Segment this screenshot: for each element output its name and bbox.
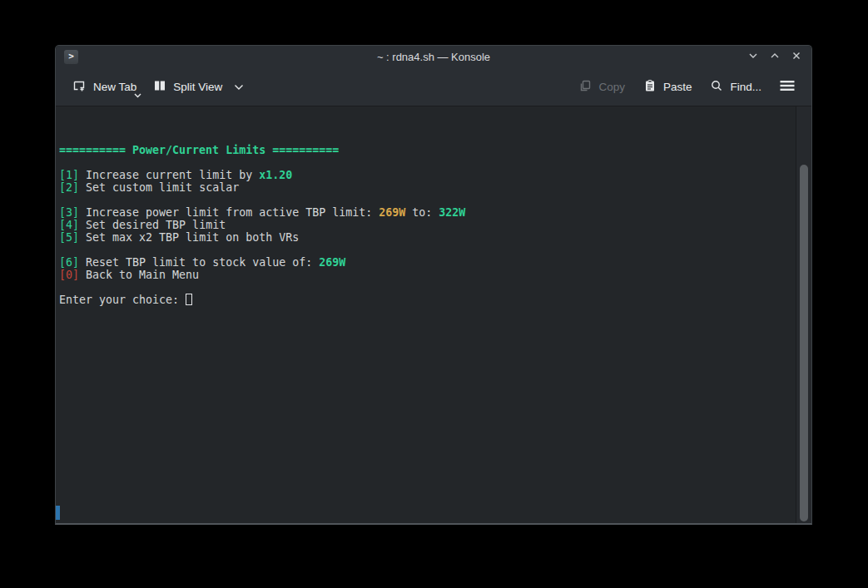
chevron-down-icon — [747, 50, 759, 65]
terminal-text-segment: [1] — [59, 169, 79, 181]
search-icon — [710, 79, 723, 95]
paste-button[interactable]: Paste — [637, 73, 699, 101]
scrollbar-thumb[interactable] — [800, 165, 808, 521]
terminal-viewport[interactable]: ========== Power/Current Limits ========… — [56, 106, 796, 523]
terminal-text-segment: 322W — [439, 206, 465, 219]
terminal-text-segment: Set custom limit scalar — [79, 181, 239, 194]
close-icon — [791, 50, 802, 65]
toolbar: New Tab Split View — [56, 68, 811, 106]
terminal-text-segment: [5] — [59, 231, 79, 244]
terminal-line: [6] Reset TBP limit to stock value of: 2… — [59, 256, 796, 269]
terminal-line: [2] Set custom limit scalar — [59, 181, 796, 194]
terminal-line: [1] Increase current limit by x1.20 — [59, 169, 796, 181]
minimize-button[interactable] — [746, 50, 760, 64]
copy-icon — [578, 79, 592, 95]
paste-icon — [643, 79, 657, 95]
terminal-cursor — [186, 294, 192, 305]
chevron-up-icon — [769, 50, 781, 65]
terminal-text-segment: [3] — [59, 206, 79, 219]
terminal-text-segment: 269W — [379, 206, 405, 219]
terminal-text-segment: to: — [405, 206, 439, 219]
find-label: Find... — [730, 81, 761, 93]
terminal-text-segment: [6] — [59, 256, 79, 269]
find-button[interactable]: Find... — [703, 73, 768, 101]
split-view-icon — [153, 79, 166, 95]
menu-button[interactable] — [773, 73, 801, 101]
titlebar[interactable]: > ~ : rdna4.sh — Konsole — [56, 46, 811, 68]
terminal-text-segment: Reset TBP limit to stock value of: — [79, 256, 319, 269]
terminal-text-segment: [0] — [59, 269, 79, 281]
terminal-text-segment: Increase power limit from active TBP lim… — [79, 206, 379, 219]
terminal-line: [0] Back to Main Menu — [59, 269, 796, 281]
chevron-down-icon — [134, 88, 141, 101]
terminal-text-segment: [4] — [59, 219, 79, 231]
terminal-text-segment: Increase current limit by — [79, 169, 259, 181]
hamburger-menu-icon — [780, 80, 795, 94]
close-button[interactable] — [789, 50, 803, 64]
chevron-down-icon — [234, 81, 244, 93]
maximize-button[interactable] — [767, 50, 781, 64]
split-view-label: Split View — [173, 81, 222, 93]
copy-label: Copy — [598, 81, 625, 93]
terminal-line: [4] Set desired TBP limit — [59, 219, 796, 231]
konsole-window: > ~ : rdna4.sh — Konsole — [55, 45, 812, 525]
terminal-line — [59, 194, 796, 206]
terminal-line: [3] Increase power limit from active TBP… — [59, 206, 796, 219]
terminal-text-segment: Enter your choice: — [59, 294, 186, 306]
scrollbar[interactable] — [796, 106, 811, 523]
new-tab-icon — [72, 79, 87, 96]
terminal-text-segment: Set desired TBP limit — [79, 219, 226, 231]
terminal-line: [5] Set max x2 TBP limit on both VRs — [59, 231, 796, 244]
window-title: ~ : rdna4.sh — Konsole — [56, 51, 811, 63]
terminal-text-segment: x1.20 — [259, 169, 292, 181]
new-tab-button[interactable]: New Tab — [66, 73, 143, 101]
terminal-line: ========== Power/Current Limits ========… — [59, 144, 796, 156]
terminal-text-segment: 269W — [319, 256, 345, 269]
terminal-text-segment: Back to Main Menu — [79, 269, 199, 281]
terminal-line: Enter your choice: — [59, 294, 796, 306]
terminal-area: ========== Power/Current Limits ========… — [56, 106, 811, 523]
paste-label: Paste — [663, 81, 692, 93]
terminal-line — [59, 156, 796, 169]
terminal-text-segment: [2] — [59, 181, 79, 194]
new-tab-label: New Tab — [93, 81, 136, 93]
konsole-app-icon: > — [64, 50, 78, 64]
terminal-line — [59, 281, 796, 294]
terminal-text-segment: Set max x2 TBP limit on both VRs — [79, 231, 299, 244]
terminal-content: ========== Power/Current Limits ========… — [59, 144, 796, 306]
copy-button: Copy — [572, 73, 632, 101]
split-view-button[interactable]: Split View — [146, 73, 250, 101]
new-output-marker — [56, 506, 60, 520]
terminal-text-segment: ========== Power/Current Limits ========… — [59, 144, 339, 156]
terminal-line — [59, 244, 796, 256]
